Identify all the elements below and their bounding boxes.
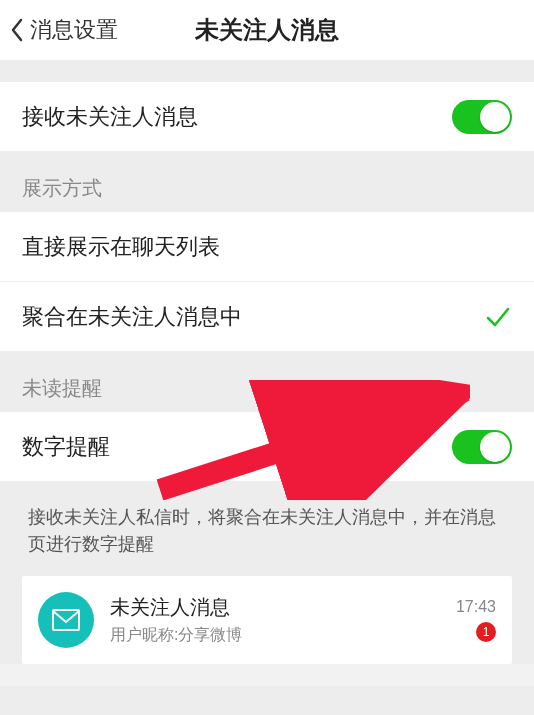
divider: [0, 686, 534, 715]
row-direct[interactable]: 直接展示在聊天列表: [0, 212, 534, 282]
row-numeric-label: 数字提醒: [22, 432, 110, 462]
header-bar: 消息设置 未关注人消息: [0, 0, 534, 60]
row-numeric[interactable]: 数字提醒: [0, 412, 534, 482]
row-aggregate[interactable]: 聚合在未关注人消息中: [0, 282, 534, 352]
row-receive-label: 接收未关注人消息: [22, 102, 198, 132]
preview-title: 未关注人消息: [110, 594, 448, 621]
row-aggregate-label: 聚合在未关注人消息中: [22, 302, 242, 332]
back-button[interactable]: 消息设置: [10, 15, 118, 45]
section-display-mode: 展示方式: [0, 152, 534, 212]
unread-badge: 1: [476, 622, 496, 642]
preview-time: 17:43: [456, 598, 496, 616]
mail-icon: [52, 609, 80, 631]
row-receive[interactable]: 接收未关注人消息: [0, 82, 534, 152]
check-icon: [484, 303, 512, 331]
receive-switch[interactable]: [452, 100, 512, 134]
preview-card: 未关注人消息 用户昵称:分享微博 17:43 1: [22, 576, 512, 664]
row-direct-label: 直接展示在聊天列表: [22, 232, 220, 262]
description-text: 接收未关注人私信时，将聚合在未关注人消息中，并在消息页进行数字提醒: [0, 482, 534, 576]
chevron-left-icon: [10, 18, 24, 42]
back-label: 消息设置: [30, 15, 118, 45]
avatar: [38, 592, 94, 648]
divider: [0, 60, 534, 82]
section-unread: 未读提醒: [0, 352, 534, 412]
preview-subtitle: 用户昵称:分享微博: [110, 625, 448, 646]
numeric-switch[interactable]: [452, 430, 512, 464]
